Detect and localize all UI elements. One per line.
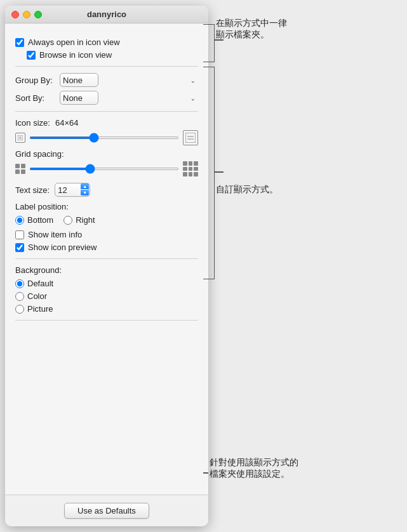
middle-annotation: 自訂顯示方式。 xyxy=(216,184,278,196)
view-options-section: Always open in icon view Browse in icon … xyxy=(15,31,198,67)
top-annotation-line2: 顯示檔案夾。 xyxy=(216,29,287,41)
icon-size-value: 64×64 xyxy=(55,118,79,128)
top-annotation-line1: 在顯示方式中一律 xyxy=(216,18,287,29)
middle-annotation-text: 自訂顯示方式。 xyxy=(216,184,278,196)
large-doc-icon xyxy=(185,133,196,143)
show-item-info-checkbox[interactable] xyxy=(15,230,24,239)
grid-small-icon xyxy=(15,164,25,174)
window-content: Always open in icon view Browse in icon … xyxy=(5,23,208,495)
background-picture-option: Picture xyxy=(15,304,198,314)
background-picture-radio[interactable] xyxy=(15,305,24,314)
close-button[interactable] xyxy=(11,11,19,18)
text-size-label: Text size: xyxy=(15,185,50,195)
background-label: Background: xyxy=(15,265,198,275)
grid-spacing-slider[interactable] xyxy=(29,168,179,170)
svg-rect-0 xyxy=(18,135,23,140)
label-bottom-option: Bottom xyxy=(15,215,53,225)
sort-by-label: Sort By: xyxy=(15,93,60,103)
background-color-option: Color xyxy=(15,291,198,301)
icon-size-slider[interactable] xyxy=(29,136,179,139)
text-size-row: Text size: 10 11 12 13 14 ▲ ▼ xyxy=(15,183,198,197)
icon-section: Icon size: 64×64 xyxy=(15,112,198,259)
icon-size-label: Icon size: xyxy=(15,118,50,128)
icon-size-header: Icon size: 64×64 xyxy=(15,118,198,128)
group-by-select-wrapper: None Name Kind xyxy=(60,73,198,87)
background-color-radio[interactable] xyxy=(15,292,24,301)
titlebar: dannyrico xyxy=(5,6,208,23)
browse-checkbox[interactable] xyxy=(27,51,36,60)
middle-connector-line xyxy=(215,171,224,173)
browse-row: Browse in icon view xyxy=(15,50,198,60)
traffic-lights xyxy=(11,11,42,18)
bottom-annotation: 針對使用該顯示方式的 檔案夾使用該設定。 xyxy=(210,457,298,480)
background-section: Background: Default Color Picture xyxy=(15,259,198,321)
label-bottom-label: Bottom xyxy=(27,215,53,225)
bottom-annotation-line1: 針對使用該顯示方式的 xyxy=(210,457,298,469)
background-default-label: Default xyxy=(27,279,53,288)
grid-spacing-slider-row xyxy=(15,161,198,176)
group-by-label: Group By: xyxy=(15,76,60,85)
sort-by-row: Sort By: None Name Kind xyxy=(15,91,198,105)
label-position-label: Label position: xyxy=(15,202,198,211)
label-right-label: Right xyxy=(76,215,95,225)
grid-spacing-label: Grid spacing: xyxy=(15,149,64,159)
grid-large-icon xyxy=(183,161,198,176)
show-item-info-row: Show item info xyxy=(15,230,198,239)
bottom-connector-line xyxy=(203,472,208,474)
show-icon-preview-row: Show icon preview xyxy=(15,243,198,252)
spacer xyxy=(15,321,198,487)
finder-info-window: dannyrico Always open in icon view Brows… xyxy=(5,6,208,526)
top-annotation: 在顯示方式中一律 顯示檔案夾。 xyxy=(216,18,287,41)
show-item-info-label: Show item info xyxy=(28,230,82,239)
label-right-option: Right xyxy=(63,215,95,225)
background-default-option: Default xyxy=(15,279,198,288)
show-icon-preview-label: Show icon preview xyxy=(28,243,97,252)
label-bottom-radio[interactable] xyxy=(15,216,24,225)
always-open-label: Always open in icon view xyxy=(28,37,120,47)
icon-size-slider-row xyxy=(15,130,198,145)
background-picture-label: Picture xyxy=(27,304,53,314)
grid-spacing-header: Grid spacing: xyxy=(15,149,198,159)
small-doc-icon xyxy=(18,135,23,140)
group-by-select[interactable]: None Name Kind xyxy=(60,73,98,87)
group-by-row: Group By: None Name Kind xyxy=(15,73,198,87)
icon-small-icon xyxy=(15,133,25,143)
extra-checkboxes: Show item info Show icon preview xyxy=(15,230,198,252)
browse-label: Browse in icon view xyxy=(39,50,112,60)
window-footer: Use as Defaults xyxy=(5,495,208,526)
icon-large-icon xyxy=(183,130,198,145)
text-size-select-wrapper: 10 11 12 13 14 ▲ ▼ xyxy=(55,183,90,197)
label-position-radio-group: Bottom Right xyxy=(15,215,198,225)
label-right-radio[interactable] xyxy=(63,216,72,225)
top-connector-line xyxy=(215,39,224,41)
top-bracket xyxy=(203,24,215,62)
minimize-button[interactable] xyxy=(23,11,30,18)
use-defaults-button[interactable]: Use as Defaults xyxy=(64,503,149,519)
show-icon-preview-checkbox[interactable] xyxy=(15,243,24,252)
sort-by-select[interactable]: None Name Kind xyxy=(60,91,98,105)
background-default-radio[interactable] xyxy=(15,279,24,288)
annotations-area: 在顯示方式中一律 顯示檔案夾。 自訂顯示方式。 針對使用該顯示方式的 檔案夾使用… xyxy=(203,0,407,532)
sort-section: Group By: None Name Kind Sort By: None N… xyxy=(15,67,198,112)
bottom-annotation-line2: 檔案夾使用該設定。 xyxy=(210,469,298,480)
background-color-label: Color xyxy=(27,291,47,301)
always-open-row: Always open in icon view xyxy=(15,37,198,47)
window-title: dannyrico xyxy=(87,10,126,19)
always-open-checkbox[interactable] xyxy=(15,38,24,47)
text-size-select[interactable]: 10 11 12 13 14 xyxy=(55,183,90,197)
maximize-button[interactable] xyxy=(34,11,42,18)
background-options: Default Color Picture xyxy=(15,279,198,314)
svg-rect-3 xyxy=(185,133,196,143)
middle-bracket xyxy=(203,67,215,279)
sort-by-select-wrapper: None Name Kind xyxy=(60,91,198,105)
label-position-section: Label position: Bottom Right xyxy=(15,202,198,225)
